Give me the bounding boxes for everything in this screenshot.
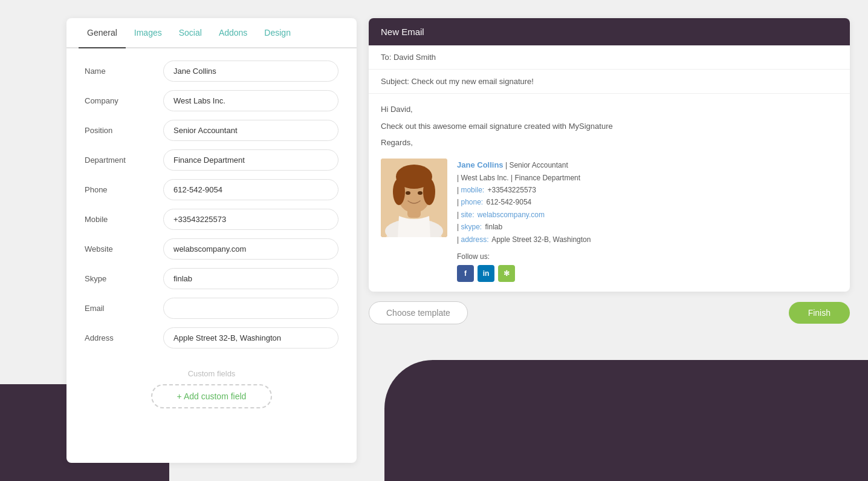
- sig-phone-label: phone:: [461, 198, 483, 206]
- sig-position: Senior Accountant: [509, 161, 568, 169]
- mobile-label: Mobile: [85, 215, 163, 224]
- tab-design[interactable]: Design: [256, 18, 299, 48]
- name-label: Name: [85, 67, 163, 76]
- name-input[interactable]: [163, 61, 338, 82]
- skype-input[interactable]: [163, 268, 338, 289]
- website-label: Website: [85, 244, 163, 254]
- skype-label: Skype: [85, 274, 163, 283]
- follow-us-label: Follow us:: [457, 252, 490, 261]
- signature-block: Jane Collins | Senior Accountant | West …: [381, 154, 838, 283]
- add-custom-field-button[interactable]: + Add custom field: [151, 384, 272, 408]
- choose-template-button[interactable]: Choose template: [369, 301, 468, 324]
- phone-row: Phone: [85, 179, 338, 200]
- linkedin-icon[interactable]: in: [478, 265, 494, 282]
- form-section: Name Company Position Department Phone M…: [66, 48, 357, 369]
- department-input[interactable]: [163, 149, 338, 171]
- sig-company-line: | West Labs Inc. | Finance Department: [457, 172, 591, 184]
- tab-images[interactable]: Images: [126, 18, 170, 48]
- department-row: Department: [85, 149, 338, 171]
- sig-address-value: Apple Street 32-B, Washington: [491, 235, 591, 244]
- custom-fields-section: Custom fields + Add custom field: [66, 369, 357, 408]
- email-body: Hi David, Check out this awesome email s…: [369, 94, 850, 292]
- sig-address-line: | address: Apple Street 32-B, Washington: [457, 234, 591, 246]
- sig-site-value: welabscompany.com: [478, 211, 545, 219]
- avatar: [381, 159, 447, 237]
- position-input[interactable]: [163, 120, 338, 141]
- website-row: Website: [85, 238, 338, 260]
- website-input[interactable]: [163, 238, 338, 260]
- email-input[interactable]: [163, 298, 338, 319]
- tab-addons[interactable]: Addons: [210, 18, 256, 48]
- email-to: To: David Smith: [369, 45, 850, 70]
- tab-social[interactable]: Social: [170, 18, 210, 48]
- company-row: Company: [85, 90, 338, 111]
- tab-general[interactable]: General: [79, 18, 126, 48]
- sig-site-line: | site: welabscompany.com: [457, 209, 591, 221]
- address-input[interactable]: [163, 327, 338, 348]
- sig-phone-value: 612-542-9054: [487, 198, 532, 206]
- sig-skype-value: finlab: [485, 223, 502, 231]
- mobile-input[interactable]: [163, 209, 338, 230]
- signature-info: Jane Collins | Senior Accountant | West …: [457, 159, 591, 283]
- email-body-text: Check out this awesome email signature c…: [381, 120, 838, 133]
- phone-label: Phone: [85, 185, 163, 194]
- sig-mobile-label: mobile:: [461, 186, 484, 194]
- sig-address-label: address:: [461, 235, 488, 244]
- email-actions: Choose template Finish: [369, 301, 850, 324]
- svg-point-8: [406, 191, 410, 195]
- position-label: Position: [85, 126, 163, 135]
- sig-phone-line: | phone: 612-542-9054: [457, 196, 591, 208]
- follow-us: Follow us: f in ✻: [457, 250, 591, 282]
- sig-skype-label: skype:: [461, 223, 482, 231]
- email-preview: New Email To: David Smith Subject: Check…: [369, 18, 850, 292]
- email-label: Email: [85, 304, 163, 313]
- social-icons: f in ✻: [457, 265, 591, 282]
- facebook-icon[interactable]: f: [457, 265, 474, 282]
- tabs-bar: General Images Social Addons Design: [66, 18, 357, 48]
- sig-department: Finance Department: [514, 174, 580, 182]
- address-label: Address: [85, 333, 163, 342]
- name-row: Name: [85, 61, 338, 82]
- company-label: Company: [85, 96, 163, 105]
- left-panel: General Images Social Addons Design Name…: [66, 18, 357, 463]
- svg-point-9: [418, 191, 423, 195]
- sig-skype-line: | skype: finlab: [457, 221, 591, 233]
- email-row: Email: [85, 298, 338, 319]
- department-label: Department: [85, 155, 163, 165]
- email-title: New Email: [381, 27, 424, 37]
- company-input[interactable]: [163, 90, 338, 111]
- skype-row: Skype: [85, 268, 338, 289]
- email-regards: Regards,: [381, 137, 838, 149]
- sig-company: West Labs Inc.: [461, 174, 508, 182]
- email-greeting: Hi David,: [381, 103, 838, 116]
- svg-rect-7: [397, 175, 432, 185]
- custom-social-icon[interactable]: ✻: [498, 265, 515, 282]
- address-row: Address: [85, 327, 338, 348]
- finish-button[interactable]: Finish: [789, 302, 850, 324]
- right-panel: New Email To: David Smith Subject: Check…: [369, 18, 850, 463]
- mobile-row: Mobile: [85, 209, 338, 230]
- sig-mobile-value: +33543225573: [487, 186, 536, 194]
- email-subject: Subject: Check out my new email signatur…: [369, 70, 850, 94]
- phone-input[interactable]: [163, 179, 338, 200]
- position-row: Position: [85, 120, 338, 141]
- email-header: New Email: [369, 18, 850, 45]
- sig-mobile-line: | mobile: +33543225573: [457, 184, 591, 196]
- sig-name: Jane Collins: [457, 160, 504, 169]
- sig-site-label: site:: [461, 211, 474, 219]
- custom-fields-label: Custom fields: [85, 369, 338, 378]
